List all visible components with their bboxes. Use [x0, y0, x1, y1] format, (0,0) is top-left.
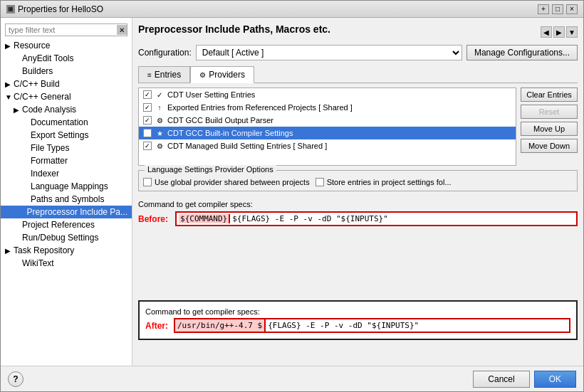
- filter-clear-button[interactable]: ✕: [117, 25, 127, 35]
- tree-label-code-analysis: Code Analysis: [22, 105, 76, 115]
- cmd-section: Command to get compiler specs: Before: $…: [138, 200, 578, 229]
- minimize-button[interactable]: +: [538, 4, 549, 14]
- reset-button[interactable]: Reset: [521, 105, 578, 119]
- entry-item[interactable]: ★CDT GCC Built-in Compiler Settings: [139, 127, 516, 139]
- nav-down-button[interactable]: ▼: [566, 26, 578, 38]
- tree-arrow-task-repo: ▶: [5, 247, 12, 255]
- before-label: Before:: [138, 214, 168, 224]
- nav-forward-button[interactable]: ▶: [553, 26, 565, 38]
- sidebar-item-run-debug[interactable]: Run/Debug Settings: [1, 231, 132, 244]
- tree-label-builders: Builders: [22, 66, 53, 76]
- after-box: Command to get compiler specs: After: /u…: [138, 300, 578, 340]
- sidebar-item-file-types[interactable]: File Types: [1, 142, 132, 154]
- sidebar-item-export-settings[interactable]: Export Settings: [1, 129, 132, 142]
- config-select[interactable]: Default [ Active ]: [196, 45, 462, 60]
- tree-label-wikitext: WikiText: [22, 258, 54, 268]
- entry-label: CDT GCC Built-in Compiler Settings: [167, 129, 293, 137]
- tree-label-lang-mappings: Language Mappings: [31, 181, 108, 191]
- entry-label: CDT User Setting Entries: [167, 90, 255, 99]
- cmd-rest-part: ${FLAGS} -E -P -v -dD "${INPUTS}": [230, 214, 390, 223]
- sidebar-item-lang-mappings[interactable]: Language Mappings: [1, 180, 132, 193]
- tree-container: ▶ResourceAnyEdit ToolsBuilders▶C/C++ Bui…: [1, 39, 132, 270]
- sidebar-item-documentation[interactable]: Documentation: [1, 116, 132, 129]
- tree-arrow-cpp-general: ▼: [5, 93, 12, 101]
- close-button[interactable]: ×: [566, 4, 578, 14]
- tree-label-paths-symbols: Paths and Symbols: [31, 194, 104, 204]
- tab-providers[interactable]: ⚙ Providers: [190, 66, 254, 83]
- entry-icon: ★: [155, 128, 165, 138]
- tab-entries[interactable]: ≡ Entries: [138, 66, 190, 83]
- bottom-bar: ? Cancel OK: [1, 366, 583, 391]
- window-title: Properties for HelloSO: [18, 4, 103, 14]
- cmd-highlight-part: ${COMMAND}: [179, 214, 230, 223]
- entries-list: ✓CDT User Setting Entries↑Exported Entri…: [138, 88, 516, 166]
- entry-checkbox[interactable]: [143, 142, 152, 150]
- global-provider-label: Use global provider shared between proje…: [155, 178, 310, 186]
- provider-options-box: Language Settings Provider Options Use g…: [138, 170, 578, 191]
- entry-icon: ⚙: [155, 141, 165, 151]
- sidebar-item-code-analysis[interactable]: ▶Code Analysis: [1, 103, 132, 116]
- entry-checkbox[interactable]: [143, 129, 152, 137]
- sidebar-item-task-repo[interactable]: ▶Task Repository: [1, 244, 132, 257]
- tree-arrow-resource: ▶: [5, 42, 12, 50]
- manage-configurations-button[interactable]: Manage Configurations...: [466, 45, 578, 60]
- filter-input[interactable]: [6, 24, 117, 36]
- entry-item[interactable]: ⚙CDT Managed Build Setting Entries [ Sha…: [139, 139, 516, 152]
- sidebar-item-cpp-build[interactable]: ▶C/C++ Build: [1, 78, 132, 90]
- tab-providers-label: Providers: [209, 70, 245, 80]
- sidebar-item-indexer[interactable]: Indexer: [1, 167, 132, 180]
- sidebar-item-resource[interactable]: ▶Resource: [1, 39, 132, 52]
- content-header: Preprocessor Include Paths, Macros etc.: [138, 23, 330, 35]
- store-entries-checkbox[interactable]: [316, 178, 324, 186]
- maximize-button[interactable]: □: [552, 4, 563, 14]
- sidebar-item-preprocessor[interactable]: Preprocessor Include Pa...: [1, 206, 132, 218]
- tree-label-file-types: File Types: [31, 143, 69, 153]
- tree-label-project-refs: Project References: [22, 220, 95, 230]
- sidebar-item-wikitext[interactable]: WikiText: [1, 257, 132, 270]
- sidebar-item-cpp-general[interactable]: ▼C/C++ General: [1, 90, 132, 103]
- entry-icon: ↑: [155, 102, 165, 112]
- move-down-button[interactable]: Move Down: [521, 139, 578, 153]
- nav-arrows: ◀ ▶ ▼: [541, 26, 578, 38]
- help-button[interactable]: ?: [8, 371, 24, 387]
- sidebar-item-project-refs[interactable]: Project References: [1, 218, 132, 231]
- properties-window: ▦ Properties for HelloSO + □ × ✕ ▶Resour…: [0, 0, 584, 392]
- after-cmd-label: Command to get compiler specs:: [145, 307, 570, 316]
- cancel-button[interactable]: Cancel: [473, 371, 529, 388]
- sidebar-item-formatter[interactable]: Formatter: [1, 154, 132, 167]
- sidebar-item-anyedit[interactable]: AnyEdit Tools: [1, 52, 132, 65]
- tree-label-task-repo: Task Repository: [14, 245, 74, 255]
- entry-label: Exported Entries from Referenced Project…: [167, 103, 353, 112]
- entry-label: CDT GCC Build Output Parser: [167, 116, 273, 125]
- clear-entries-button[interactable]: Clear Entries: [521, 88, 578, 102]
- entries-tab-icon: ≡: [147, 71, 152, 79]
- nav-back-button[interactable]: ◀: [541, 26, 552, 38]
- entry-icon: ✓: [155, 90, 165, 100]
- sidebar-item-paths-symbols[interactable]: Paths and Symbols: [1, 193, 132, 206]
- after-cmd-highlight: /usr/bin/g++-4.7 $: [175, 319, 266, 332]
- entry-checkbox[interactable]: [143, 116, 152, 125]
- sidebar: ✕ ▶ResourceAnyEdit ToolsBuilders▶C/C++ B…: [1, 18, 132, 366]
- ok-button[interactable]: OK: [534, 371, 576, 388]
- tab-entries-label: Entries: [155, 70, 181, 80]
- title-bar-controls: + □ ×: [538, 4, 578, 14]
- move-up-button[interactable]: Move Up: [521, 122, 578, 136]
- title-bar: ▦ Properties for HelloSO + □ ×: [1, 1, 583, 18]
- tree-arrow-code-analysis: ▶: [14, 106, 21, 114]
- cmd-label: Command to get compiler specs:: [138, 200, 578, 208]
- sidebar-item-builders[interactable]: Builders: [1, 65, 132, 78]
- global-provider-checkbox[interactable]: [143, 178, 152, 186]
- entry-checkbox[interactable]: [143, 103, 152, 112]
- entry-label: CDT Managed Build Setting Entries [ Shar…: [167, 142, 327, 150]
- after-cmd-rest: {FLAGS} -E -P -v -dD "${INPUTS}": [266, 319, 421, 332]
- global-provider-checkbox-label[interactable]: Use global provider shared between proje…: [143, 178, 310, 186]
- provider-options-label: Language Settings Provider Options: [145, 165, 276, 174]
- title-bar-left: ▦ Properties for HelloSO: [6, 4, 103, 14]
- entry-item[interactable]: ⚙CDT GCC Build Output Parser: [139, 114, 516, 127]
- tree-label-run-debug: Run/Debug Settings: [22, 233, 98, 243]
- store-entries-checkbox-label[interactable]: Store entries in project settings fol...: [316, 178, 452, 186]
- entry-checkbox[interactable]: [143, 90, 152, 99]
- entry-item[interactable]: ↑Exported Entries from Referenced Projec…: [139, 101, 516, 114]
- entry-item[interactable]: ✓CDT User Setting Entries: [139, 88, 516, 101]
- middle-section: ✓CDT User Setting Entries↑Exported Entri…: [138, 88, 578, 166]
